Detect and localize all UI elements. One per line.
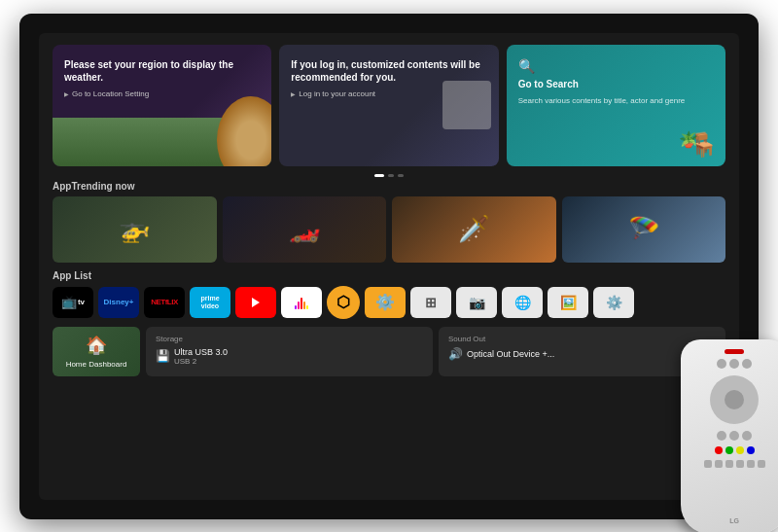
remote-bottom-buttons: [704, 460, 765, 468]
home-icon: 🏠: [86, 335, 107, 356]
app-icon-settings-orange[interactable]: ⚙️: [365, 287, 406, 318]
sound-out-content: 🔊 Optical Out Device +...: [448, 347, 716, 361]
netflix-label: NETfLIX: [151, 298, 178, 306]
home-dashboard-label: Home Dashboard: [66, 360, 127, 369]
app-icon-netflix[interactable]: NETfLIX: [144, 287, 185, 318]
deezer-bars-icon: [295, 296, 308, 309]
trending-thumb-sky[interactable]: 🪂: [562, 196, 726, 263]
storage-card[interactable]: Storage 💾 Ultra USB 3.0 USB 2: [146, 327, 433, 376]
trending-row: 🚁 🏎️ 🗡️ 🪂: [39, 196, 739, 263]
trending-thumb-warrior[interactable]: 🗡️: [392, 196, 556, 263]
remote-ok-button[interactable]: [725, 390, 744, 409]
app-icon-prime[interactable]: primevideo: [190, 287, 230, 318]
carousel-dot-0[interactable]: [374, 174, 384, 177]
remote-yellow-btn[interactable]: [736, 446, 744, 454]
remote-num-2[interactable]: [715, 460, 723, 468]
carousel-section: Please set your region to display the we…: [39, 33, 739, 174]
app-list-row: 📺 tv Disney+ NETfLIX primevideo: [39, 286, 739, 319]
remote-color-buttons: [715, 446, 755, 454]
home-dashboard-card[interactable]: 🏠 Home Dashboard: [53, 327, 140, 376]
carousel-card-weather[interactable]: Please set your region to display the we…: [53, 45, 271, 166]
remote-control[interactable]: LG: [681, 339, 778, 533]
search-icon: 🔍: [518, 58, 714, 74]
remote-red-btn[interactable]: [715, 446, 723, 454]
trending-label: AppTrending now: [39, 181, 739, 196]
remote-menu-btn[interactable]: [742, 431, 752, 441]
tv-outer: Please set your region to display the we…: [19, 14, 759, 519]
remote-dpad[interactable]: [710, 375, 759, 424]
storage-type: USB 2: [174, 357, 228, 366]
trending-thumb-car[interactable]: 🏎️: [223, 196, 387, 263]
search-decoration: 🪑 🪴: [659, 100, 718, 159]
remote-num-4[interactable]: [736, 460, 744, 468]
remote-brand-logo: LG: [729, 517, 739, 524]
app-list-label: App List: [39, 270, 739, 286]
app-icon-hex[interactable]: ⬡: [327, 286, 360, 319]
remote-blue-btn[interactable]: [747, 446, 755, 454]
bottom-row: 🏠 Home Dashboard Storage 💾 Ultra USB 3.0…: [39, 327, 739, 376]
search-card-subtitle: Search various contents by title, actor …: [518, 96, 714, 105]
remote-green-btn[interactable]: [725, 446, 733, 454]
storage-title: Storage: [156, 335, 423, 343]
carousel-dots: [39, 174, 739, 177]
remote-num-1[interactable]: [704, 460, 712, 468]
carousel-dot-2[interactable]: [398, 174, 404, 177]
remote-btn-2[interactable]: [729, 359, 739, 369]
remote-num-6[interactable]: [758, 460, 765, 468]
app-icon-photo[interactable]: 🖼️: [548, 287, 588, 318]
login-card-link[interactable]: Log in to your account: [291, 89, 486, 98]
carousel-dot-1[interactable]: [388, 174, 394, 177]
youtube-icon: [252, 298, 260, 307]
remote-btn-3[interactable]: [742, 359, 752, 369]
app-icon-grid[interactable]: ⊞: [410, 287, 451, 318]
login-card-title: If you log in, customized contents will …: [291, 58, 486, 84]
trending-thumb-helicopter[interactable]: 🚁: [53, 196, 217, 263]
remote-middle-buttons: [717, 431, 752, 441]
carousel-card-login[interactable]: If you log in, customized contents will …: [279, 45, 498, 166]
sound-out-title: Sound Out: [448, 335, 716, 343]
remote-back-btn[interactable]: [717, 431, 726, 441]
sound-out-device: Optical Out Device +...: [467, 349, 554, 359]
app-icon-disney[interactable]: Disney+: [98, 287, 139, 318]
tv-screen: Please set your region to display the we…: [39, 33, 739, 500]
remote-num-5[interactable]: [747, 460, 755, 468]
remote-btn-1[interactable]: [717, 359, 726, 369]
remote-top-buttons: [717, 359, 752, 369]
remote-mic: [725, 349, 744, 354]
app-icon-gear[interactable]: ⚙️: [593, 287, 634, 318]
remote-top: [687, 349, 778, 369]
storage-content: 💾 Ultra USB 3.0 USB 2: [156, 347, 423, 366]
remote-home-btn[interactable]: [729, 431, 739, 441]
storage-device: Ultra USB 3.0: [174, 347, 228, 357]
carousel-card-search[interactable]: 🔍 Go to Search Search various contents b…: [507, 45, 725, 166]
weather-card-title: Please set your region to display the we…: [64, 58, 260, 84]
app-icon-camera[interactable]: 📷: [456, 287, 497, 318]
app-icon-youtube[interactable]: [235, 287, 276, 318]
remote-num-3[interactable]: [725, 460, 733, 468]
app-icon-apple-tv[interactable]: 📺 tv: [53, 287, 93, 318]
search-card-title: Go to Search: [518, 78, 714, 90]
app-icon-globe[interactable]: 🌐: [502, 287, 543, 318]
app-icon-deezer[interactable]: [281, 287, 322, 318]
weather-card-link[interactable]: Go to Location Setting: [64, 89, 260, 98]
